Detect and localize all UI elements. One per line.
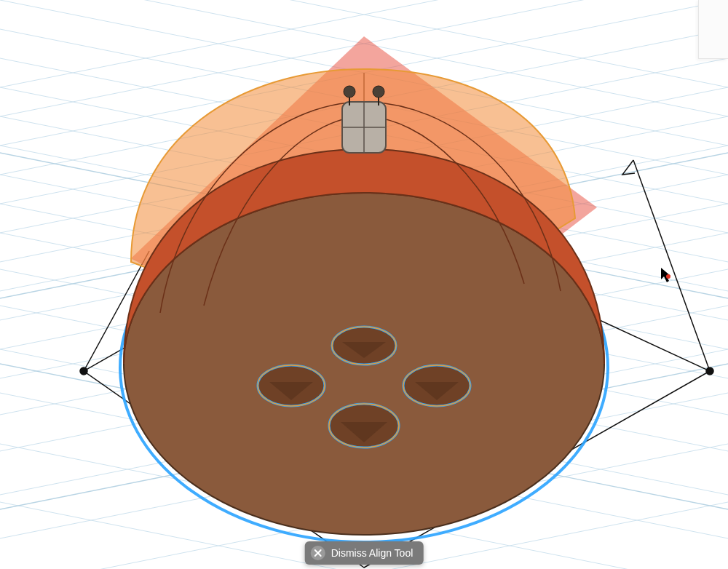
svg-point-48 bbox=[373, 86, 384, 98]
dismiss-align-tool-button[interactable]: Dismiss Align Tool bbox=[305, 541, 424, 565]
panel-edge bbox=[698, 0, 728, 59]
axis-indicator-dot bbox=[666, 274, 670, 279]
close-icon bbox=[311, 546, 325, 560]
svg-line-40 bbox=[633, 160, 710, 371]
svg-point-47 bbox=[344, 86, 355, 98]
3d-workplane-viewport[interactable]: Dismiss Align Tool bbox=[0, 0, 728, 569]
svg-point-42 bbox=[80, 367, 87, 375]
dismiss-label: Dismiss Align Tool bbox=[331, 548, 414, 558]
scene-svg bbox=[0, 0, 728, 569]
svg-point-43 bbox=[706, 367, 713, 375]
